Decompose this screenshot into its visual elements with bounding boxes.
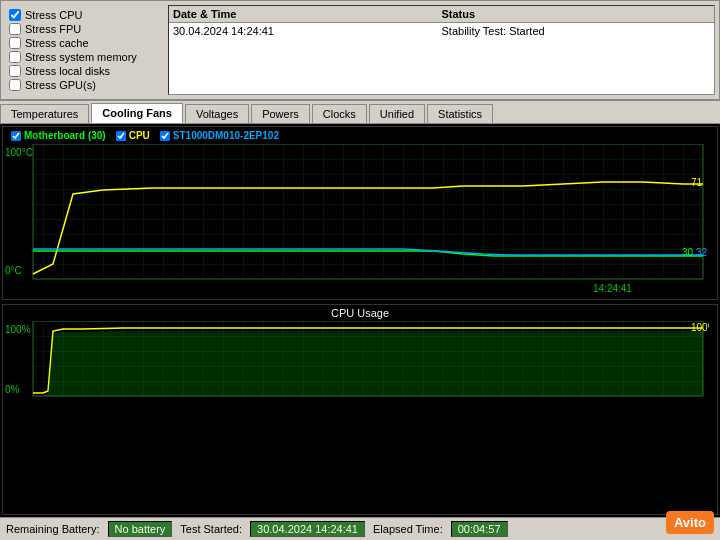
charts-area: Motherboard (30) CPU ST1000DM010-2EP102 — [0, 124, 720, 517]
avito-badge: Avito — [666, 511, 714, 534]
log-row-1: 30.04.2024 14:24:41 Stability Test: Star… — [169, 23, 714, 39]
temp-chart-svg: 100°C 0°C 71 30 32 14:24:41 — [3, 144, 709, 299]
stress-options: Stress CPU Stress FPU Stress cache Stres… — [5, 5, 160, 95]
svg-text:100°C: 100°C — [5, 147, 33, 158]
svg-text:14:24:41: 14:24:41 — [593, 283, 632, 294]
tab-powers[interactable]: Powers — [251, 104, 310, 123]
temp-chart-container: Motherboard (30) CPU ST1000DM010-2EP102 — [2, 126, 718, 300]
status-bar: Remaining Battery: No battery Test Start… — [0, 517, 720, 540]
tab-statistics[interactable]: Statistics — [427, 104, 493, 123]
cpu-chart-container: CPU Usage 100% 0% — [2, 304, 718, 515]
stress-gpu-item[interactable]: Stress GPU(s) — [9, 79, 156, 91]
stress-disks-checkbox[interactable] — [9, 65, 21, 77]
stress-disks-item[interactable]: Stress local disks — [9, 65, 156, 77]
cpu-chart-svg: 100% 0% 100% — [3, 321, 709, 416]
test-started-value: 30.04.2024 14:24:41 — [250, 521, 365, 537]
stress-cache-item[interactable]: Stress cache — [9, 37, 156, 49]
legend-cpu: CPU — [116, 130, 150, 141]
main-layout: Stress CPU Stress FPU Stress cache Stres… — [0, 0, 720, 540]
svg-text:30: 30 — [682, 247, 694, 258]
log-col1-header: Date & Time — [173, 8, 442, 20]
stress-gpu-checkbox[interactable] — [9, 79, 21, 91]
svg-text:100%: 100% — [691, 322, 709, 333]
tab-cooling-fans[interactable]: Cooling Fans — [91, 103, 183, 123]
stress-fpu-checkbox[interactable] — [9, 23, 21, 35]
top-panel: Stress CPU Stress FPU Stress cache Stres… — [0, 0, 720, 100]
temp-chart-svg-container: 100°C 0°C 71 30 32 14:24:41 — [3, 144, 717, 299]
log-row1-status: Stability Test: Started — [442, 25, 711, 37]
log-header: Date & Time Status — [169, 6, 714, 23]
tab-temperatures[interactable]: Temperatures — [0, 104, 89, 123]
svg-text:100%: 100% — [5, 324, 31, 335]
stress-cpu-checkbox[interactable] — [9, 9, 21, 21]
svg-text:32: 32 — [696, 247, 708, 258]
svg-text:0%: 0% — [5, 384, 20, 395]
tab-unified[interactable]: Unified — [369, 104, 425, 123]
svg-text:0°C: 0°C — [5, 265, 22, 276]
stress-fpu-label: Stress FPU — [25, 23, 81, 35]
legend-motherboard-checkbox[interactable] — [11, 131, 21, 141]
legend-motherboard-label: Motherboard (30) — [24, 130, 106, 141]
cpu-chart-svg-container: 100% 0% 100% — [3, 321, 717, 416]
svg-text:71: 71 — [691, 177, 703, 188]
stress-cache-label: Stress cache — [25, 37, 89, 49]
tab-clocks[interactable]: Clocks — [312, 104, 367, 123]
legend-disk-checkbox[interactable] — [160, 131, 170, 141]
tabs-bar: Temperatures Cooling Fans Voltages Power… — [0, 100, 720, 124]
no-battery-value: No battery — [108, 521, 173, 537]
elapsed-label: Elapsed Time: — [373, 523, 443, 535]
legend-cpu-label: CPU — [129, 130, 150, 141]
stress-memory-item[interactable]: Stress system memory — [9, 51, 156, 63]
stress-gpu-label: Stress GPU(s) — [25, 79, 96, 91]
stress-cpu-item[interactable]: Stress CPU — [9, 9, 156, 21]
legend-motherboard: Motherboard (30) — [11, 130, 106, 141]
legend-disk-label: ST1000DM010-2EP102 — [173, 130, 279, 141]
legend-cpu-checkbox[interactable] — [116, 131, 126, 141]
stress-fpu-item[interactable]: Stress FPU — [9, 23, 156, 35]
test-started-label: Test Started: — [180, 523, 242, 535]
stress-disks-label: Stress local disks — [25, 65, 110, 77]
stress-cpu-label: Stress CPU — [25, 9, 82, 21]
svg-marker-12 — [33, 331, 703, 396]
log-row1-datetime: 30.04.2024 14:24:41 — [173, 25, 442, 37]
log-table: Date & Time Status 30.04.2024 14:24:41 S… — [168, 5, 715, 95]
legend-disk: ST1000DM010-2EP102 — [160, 130, 279, 141]
temp-legend: Motherboard (30) CPU ST1000DM010-2EP102 — [3, 127, 717, 144]
stress-memory-label: Stress system memory — [25, 51, 137, 63]
cpu-chart-title: CPU Usage — [3, 305, 717, 321]
stress-memory-checkbox[interactable] — [9, 51, 21, 63]
tab-voltages[interactable]: Voltages — [185, 104, 249, 123]
remaining-battery-label: Remaining Battery: — [6, 523, 100, 535]
svg-rect-0 — [33, 144, 703, 279]
log-col2-header: Status — [442, 8, 711, 20]
stress-cache-checkbox[interactable] — [9, 37, 21, 49]
elapsed-value: 00:04:57 — [451, 521, 508, 537]
